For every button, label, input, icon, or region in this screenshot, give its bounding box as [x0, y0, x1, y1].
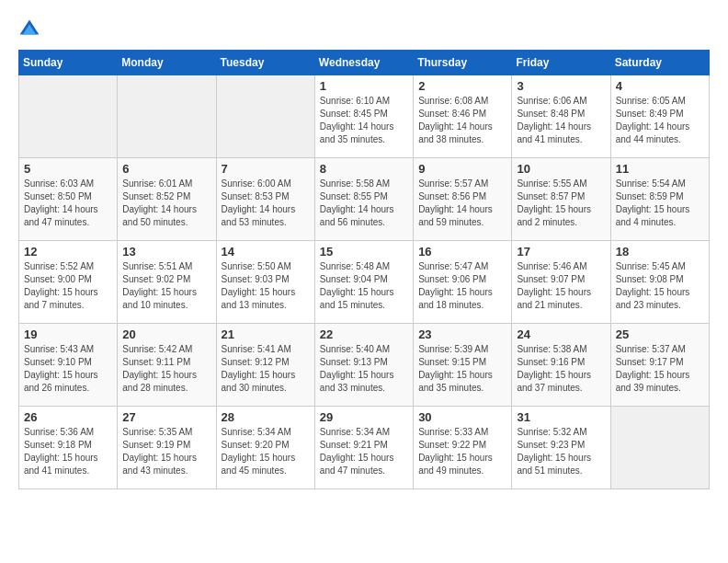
calendar-cell: 3Sunrise: 6:06 AMSunset: 8:48 PMDaylight… — [512, 75, 610, 158]
day-info: Sunrise: 5:34 AMSunset: 9:20 PMDaylight:… — [222, 426, 310, 477]
day-number: 18 — [616, 245, 704, 259]
day-info: Sunrise: 6:00 AMSunset: 8:53 PMDaylight:… — [222, 178, 310, 229]
day-info: Sunrise: 5:55 AMSunset: 8:57 PMDaylight:… — [517, 178, 605, 229]
weekday-header-monday: Monday — [118, 51, 216, 75]
calendar-cell: 26Sunrise: 5:36 AMSunset: 9:18 PMDayligh… — [19, 407, 118, 489]
day-info: Sunrise: 6:06 AMSunset: 8:48 PMDaylight:… — [517, 95, 605, 146]
day-info: Sunrise: 5:51 AMSunset: 9:02 PMDaylight:… — [122, 260, 210, 312]
day-number: 24 — [517, 327, 605, 341]
calendar-cell: 6Sunrise: 6:01 AMSunset: 8:52 PMDaylight… — [118, 158, 216, 241]
calendar-cell — [610, 407, 709, 489]
calendar-cell: 24Sunrise: 5:38 AMSunset: 9:16 PMDayligh… — [512, 324, 610, 407]
day-info: Sunrise: 5:47 AMSunset: 9:06 PMDaylight:… — [418, 260, 506, 312]
day-info: Sunrise: 5:50 AMSunset: 9:03 PMDaylight:… — [222, 260, 310, 312]
day-number: 31 — [517, 410, 605, 424]
day-number: 27 — [122, 410, 210, 424]
calendar-table: SundayMondayTuesdayWednesdayThursdayFrid… — [18, 50, 710, 489]
calendar-week-row: 1Sunrise: 6:10 AMSunset: 8:45 PMDaylight… — [19, 75, 710, 158]
day-info: Sunrise: 5:46 AMSunset: 9:07 PMDaylight:… — [517, 260, 605, 312]
calendar-cell: 2Sunrise: 6:08 AMSunset: 8:46 PMDaylight… — [414, 75, 512, 158]
weekday-header-thursday: Thursday — [414, 51, 512, 75]
day-number: 20 — [122, 327, 210, 341]
day-info: Sunrise: 6:05 AMSunset: 8:49 PMDaylight:… — [616, 95, 704, 146]
day-number: 26 — [24, 410, 112, 424]
calendar-cell: 25Sunrise: 5:37 AMSunset: 9:17 PMDayligh… — [610, 324, 709, 407]
weekday-header-tuesday: Tuesday — [216, 51, 314, 75]
day-number: 6 — [122, 162, 210, 176]
day-info: Sunrise: 5:37 AMSunset: 9:17 PMDaylight:… — [616, 343, 704, 395]
weekday-header-row: SundayMondayTuesdayWednesdayThursdayFrid… — [19, 51, 710, 75]
day-number: 23 — [418, 327, 506, 341]
calendar-cell: 12Sunrise: 5:52 AMSunset: 9:00 PMDayligh… — [19, 241, 118, 324]
day-number: 16 — [418, 245, 506, 259]
day-number: 5 — [24, 162, 112, 176]
day-info: Sunrise: 5:33 AMSunset: 9:22 PMDaylight:… — [418, 426, 506, 477]
day-number: 12 — [24, 245, 112, 259]
calendar-cell: 21Sunrise: 5:41 AMSunset: 9:12 PMDayligh… — [216, 324, 314, 407]
calendar-week-row: 19Sunrise: 5:43 AMSunset: 9:10 PMDayligh… — [19, 324, 710, 407]
calendar-cell: 23Sunrise: 5:39 AMSunset: 9:15 PMDayligh… — [414, 324, 512, 407]
day-info: Sunrise: 5:57 AMSunset: 8:56 PMDaylight:… — [418, 178, 506, 229]
calendar-cell: 14Sunrise: 5:50 AMSunset: 9:03 PMDayligh… — [216, 241, 314, 324]
day-number: 29 — [320, 410, 408, 424]
calendar-cell: 17Sunrise: 5:46 AMSunset: 9:07 PMDayligh… — [512, 241, 610, 324]
day-info: Sunrise: 5:52 AMSunset: 9:00 PMDaylight:… — [24, 260, 112, 312]
calendar-cell: 27Sunrise: 5:35 AMSunset: 9:19 PMDayligh… — [118, 407, 216, 489]
day-number: 25 — [616, 327, 704, 341]
weekday-header-saturday: Saturday — [610, 51, 709, 75]
page-header — [18, 18, 710, 40]
calendar-week-row: 26Sunrise: 5:36 AMSunset: 9:18 PMDayligh… — [19, 407, 710, 489]
calendar-cell: 30Sunrise: 5:33 AMSunset: 9:22 PMDayligh… — [414, 407, 512, 489]
day-info: Sunrise: 6:10 AMSunset: 8:45 PMDaylight:… — [320, 95, 408, 146]
day-number: 13 — [122, 245, 210, 259]
day-number: 2 — [418, 79, 506, 93]
day-number: 1 — [320, 79, 408, 93]
day-info: Sunrise: 6:03 AMSunset: 8:50 PMDaylight:… — [24, 178, 112, 229]
calendar-cell: 10Sunrise: 5:55 AMSunset: 8:57 PMDayligh… — [512, 158, 610, 241]
calendar-cell — [118, 75, 216, 158]
calendar-cell: 22Sunrise: 5:40 AMSunset: 9:13 PMDayligh… — [314, 324, 413, 407]
calendar-cell: 15Sunrise: 5:48 AMSunset: 9:04 PMDayligh… — [314, 241, 413, 324]
day-info: Sunrise: 5:42 AMSunset: 9:11 PMDaylight:… — [122, 343, 210, 395]
day-info: Sunrise: 5:48 AMSunset: 9:04 PMDaylight:… — [320, 260, 408, 312]
day-info: Sunrise: 5:43 AMSunset: 9:10 PMDaylight:… — [24, 343, 112, 395]
calendar-cell: 18Sunrise: 5:45 AMSunset: 9:08 PMDayligh… — [610, 241, 709, 324]
day-info: Sunrise: 5:40 AMSunset: 9:13 PMDaylight:… — [320, 343, 408, 395]
day-info: Sunrise: 5:54 AMSunset: 8:59 PMDaylight:… — [616, 178, 704, 229]
day-number: 9 — [418, 162, 506, 176]
day-number: 19 — [24, 327, 112, 341]
day-info: Sunrise: 5:32 AMSunset: 9:23 PMDaylight:… — [517, 426, 605, 477]
calendar-cell: 9Sunrise: 5:57 AMSunset: 8:56 PMDaylight… — [414, 158, 512, 241]
calendar-cell: 16Sunrise: 5:47 AMSunset: 9:06 PMDayligh… — [414, 241, 512, 324]
calendar-cell: 5Sunrise: 6:03 AMSunset: 8:50 PMDaylight… — [19, 158, 118, 241]
calendar-cell: 8Sunrise: 5:58 AMSunset: 8:55 PMDaylight… — [314, 158, 413, 241]
calendar-cell: 4Sunrise: 6:05 AMSunset: 8:49 PMDaylight… — [610, 75, 709, 158]
day-number: 22 — [320, 327, 408, 341]
day-info: Sunrise: 5:39 AMSunset: 9:15 PMDaylight:… — [418, 343, 506, 395]
day-info: Sunrise: 5:35 AMSunset: 9:19 PMDaylight:… — [122, 426, 210, 477]
calendar-cell: 11Sunrise: 5:54 AMSunset: 8:59 PMDayligh… — [610, 158, 709, 241]
calendar-cell: 31Sunrise: 5:32 AMSunset: 9:23 PMDayligh… — [512, 407, 610, 489]
day-number: 11 — [616, 162, 704, 176]
calendar-cell: 1Sunrise: 6:10 AMSunset: 8:45 PMDaylight… — [314, 75, 413, 158]
calendar-cell — [19, 75, 118, 158]
calendar-cell: 20Sunrise: 5:42 AMSunset: 9:11 PMDayligh… — [118, 324, 216, 407]
day-info: Sunrise: 6:08 AMSunset: 8:46 PMDaylight:… — [418, 95, 506, 146]
day-info: Sunrise: 5:58 AMSunset: 8:55 PMDaylight:… — [320, 178, 408, 229]
day-number: 30 — [418, 410, 506, 424]
day-info: Sunrise: 5:36 AMSunset: 9:18 PMDaylight:… — [24, 426, 112, 477]
day-info: Sunrise: 5:34 AMSunset: 9:21 PMDaylight:… — [320, 426, 408, 477]
day-number: 14 — [222, 245, 310, 259]
logo-icon — [18, 18, 40, 40]
day-info: Sunrise: 5:45 AMSunset: 9:08 PMDaylight:… — [616, 260, 704, 312]
weekday-header-sunday: Sunday — [19, 51, 118, 75]
day-number: 15 — [320, 245, 408, 259]
calendar-week-row: 5Sunrise: 6:03 AMSunset: 8:50 PMDaylight… — [19, 158, 710, 241]
calendar-cell: 19Sunrise: 5:43 AMSunset: 9:10 PMDayligh… — [19, 324, 118, 407]
calendar-cell — [216, 75, 314, 158]
weekday-header-wednesday: Wednesday — [314, 51, 413, 75]
day-number: 7 — [222, 162, 310, 176]
day-number: 4 — [616, 79, 704, 93]
day-number: 8 — [320, 162, 408, 176]
day-info: Sunrise: 6:01 AMSunset: 8:52 PMDaylight:… — [122, 178, 210, 229]
